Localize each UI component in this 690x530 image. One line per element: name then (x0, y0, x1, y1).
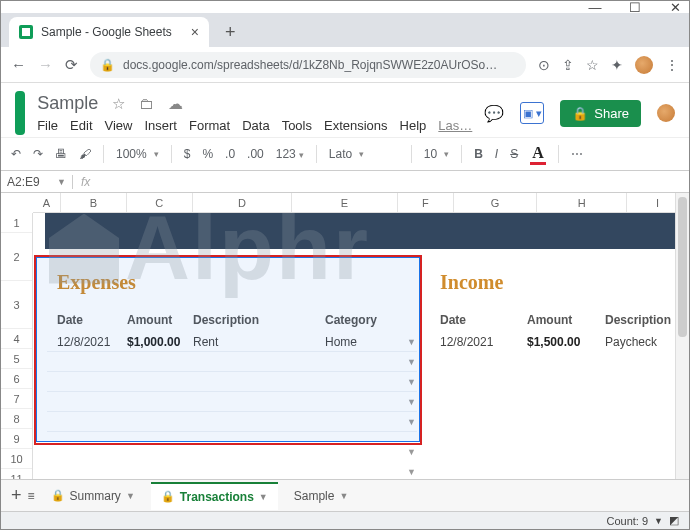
print-icon[interactable]: 🖶 (55, 147, 67, 161)
dropdown-icon[interactable]: ▼ (407, 357, 416, 367)
last-edit[interactable]: Las… (438, 118, 472, 133)
search-omnibox-icon[interactable]: ⊙ (538, 57, 550, 73)
column-header[interactable]: F (398, 193, 454, 212)
menu-tools[interactable]: Tools (282, 118, 312, 133)
dropdown-icon[interactable]: ▼ (407, 397, 416, 407)
share-page-icon[interactable]: ⇪ (562, 57, 574, 73)
profile-avatar-icon[interactable] (635, 56, 653, 74)
menu-insert[interactable]: Insert (144, 118, 177, 133)
column-header[interactable]: C (127, 193, 193, 212)
dropdown-icon[interactable]: ▼ (407, 377, 416, 387)
column-header[interactable]: D (193, 193, 293, 212)
column-header[interactable]: A (33, 193, 61, 212)
font-select[interactable]: Lato (329, 147, 399, 161)
undo-icon[interactable]: ↶ (11, 147, 21, 161)
chevron-down-icon[interactable]: ▼ (654, 516, 663, 526)
chevron-down-icon[interactable]: ▼ (339, 491, 348, 501)
add-sheet-button[interactable]: + (11, 485, 22, 506)
chevron-down-icon[interactable]: ▼ (259, 492, 268, 502)
chevron-down-icon[interactable]: ▼ (126, 491, 135, 501)
row-header[interactable]: 1 (1, 213, 32, 233)
cell-exp-cat[interactable]: Home (325, 335, 357, 349)
row-header[interactable]: 10 (1, 449, 32, 469)
menu-extensions[interactable]: Extensions (324, 118, 388, 133)
spreadsheet-grid[interactable]: ABCDEFGHI 123456789101112 Expenses Date … (1, 193, 689, 499)
paint-format-icon[interactable]: 🖌 (79, 147, 91, 161)
menu-edit[interactable]: Edit (70, 118, 92, 133)
row-header[interactable]: 9 (1, 429, 32, 449)
column-header[interactable]: E (292, 193, 398, 212)
sheet-tab-sample[interactable]: Sample ▼ (284, 483, 359, 509)
row-header[interactable]: 8 (1, 409, 32, 429)
close-icon[interactable]: × (191, 24, 199, 40)
redo-icon[interactable]: ↷ (33, 147, 43, 161)
dropdown-icon[interactable]: ▼ (407, 447, 416, 457)
move-icon[interactable]: 🗀 (139, 95, 154, 112)
address-bar[interactable]: 🔒 docs.google.com/spreadsheets/d/1kZ8Nb_… (90, 52, 526, 78)
account-avatar-icon[interactable] (657, 104, 675, 122)
dropdown-icon[interactable]: ▼ (407, 417, 416, 427)
menu-file[interactable]: File (37, 118, 58, 133)
number-format-select[interactable]: 123 (276, 147, 304, 161)
comments-icon[interactable]: 💬 (484, 104, 504, 123)
browser-menu-icon[interactable]: ⋮ (665, 57, 679, 73)
currency-button[interactable]: $ (184, 147, 191, 161)
cell-exp-date[interactable]: 12/8/2021 (57, 335, 110, 349)
window-minimize[interactable]: — (587, 0, 603, 15)
browser-tab[interactable]: Sample - Google Sheets × (9, 17, 209, 47)
dec-decrease[interactable]: .0 (225, 147, 235, 161)
column-header[interactable]: G (454, 193, 538, 212)
strike-button[interactable]: S (510, 147, 518, 161)
dec-increase[interactable]: .00 (247, 147, 264, 161)
selection-count[interactable]: Count: 9 (606, 515, 648, 527)
italic-button[interactable]: I (495, 147, 498, 161)
sheets-logo-icon[interactable] (15, 91, 25, 135)
star-icon[interactable]: ☆ (112, 95, 125, 113)
bookmark-icon[interactable]: ☆ (586, 57, 599, 73)
document-title[interactable]: Sample (37, 93, 98, 114)
menu-view[interactable]: View (105, 118, 133, 133)
row-header[interactable]: 4 (1, 329, 32, 349)
new-tab-button[interactable]: + (217, 18, 244, 47)
sheet-tab-summary[interactable]: 🔒 Summary ▼ (41, 483, 145, 509)
sheet-tab-transactions[interactable]: 🔒 Transactions ▼ (151, 482, 278, 510)
row-header[interactable]: 2 (1, 233, 32, 281)
formula-bar[interactable]: fx (73, 175, 98, 189)
row-header[interactable]: 3 (1, 281, 32, 329)
cloud-status-icon[interactable]: ☁ (168, 95, 183, 113)
font-size-select[interactable]: 10 (424, 147, 449, 161)
menu-format[interactable]: Format (189, 118, 230, 133)
present-button[interactable]: ▣ ▾ (520, 102, 544, 124)
column-header[interactable]: B (61, 193, 127, 212)
cell-inc-amount[interactable]: $1,500.00 (527, 335, 580, 349)
zoom-select[interactable]: 100% (116, 147, 159, 161)
text-color-button[interactable]: A (530, 144, 546, 165)
dropdown-icon[interactable]: ▼ (407, 467, 416, 477)
forward-icon[interactable]: → (38, 56, 53, 73)
row-header[interactable]: 5 (1, 349, 32, 369)
cell-inc-date[interactable]: 12/8/2021 (440, 335, 493, 349)
row-header[interactable]: 7 (1, 389, 32, 409)
percent-button[interactable]: % (202, 147, 213, 161)
dropdown-icon[interactable]: ▼ (407, 337, 416, 347)
reload-icon[interactable]: ⟳ (65, 56, 78, 74)
bold-button[interactable]: B (474, 147, 483, 161)
explore-icon[interactable]: ◩ (669, 514, 679, 527)
cell-exp-amount[interactable]: $1,000.00 (127, 335, 180, 349)
cell-exp-desc[interactable]: Rent (193, 335, 218, 349)
extensions-icon[interactable]: ✦ (611, 57, 623, 73)
back-icon[interactable]: ← (11, 56, 26, 73)
all-sheets-button[interactable]: ≡ (28, 489, 35, 503)
row-header[interactable]: 6 (1, 369, 32, 389)
column-header[interactable]: H (537, 193, 627, 212)
vertical-scrollbar[interactable] (675, 193, 689, 499)
window-maximize[interactable]: ☐ (627, 0, 643, 15)
menu-data[interactable]: Data (242, 118, 269, 133)
toolbar: ↶ ↷ 🖶 🖌 100% $ % .0 .00 123 Lato 10 B I … (1, 137, 689, 171)
share-button[interactable]: 🔒 Share (560, 100, 641, 127)
window-close[interactable]: ✕ (667, 0, 683, 15)
name-box[interactable]: A2:E9▼ (1, 175, 73, 189)
cell-inc-desc[interactable]: Paycheck (605, 335, 657, 349)
toolbar-more[interactable]: ⋯ (571, 147, 583, 161)
menu-help[interactable]: Help (400, 118, 427, 133)
